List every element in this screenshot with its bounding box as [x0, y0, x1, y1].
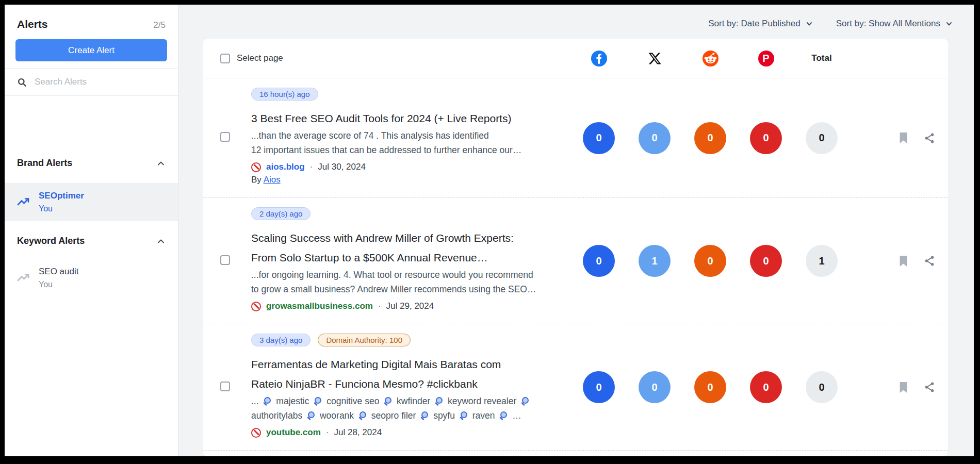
mention-row: 3 day(s) ago Domain Authority: 100 Ferra…: [203, 324, 948, 451]
publish-date: Jul 30, 2024: [318, 162, 366, 172]
magnifier-emoji-icon: [499, 411, 508, 420]
magnifier-emoji-icon: [460, 411, 468, 420]
byline: By Aios: [251, 175, 561, 185]
magnifier-emoji-icon: [263, 397, 271, 405]
pinterest-count-badge: 0: [750, 122, 782, 154]
magnifier-emoji-icon: [521, 397, 529, 405]
magnifier-emoji-icon: [384, 397, 392, 405]
sidebar-item-seoptimer[interactable]: SEOptimer You: [5, 183, 178, 221]
bookmark-button[interactable]: [897, 131, 909, 144]
divider: [5, 95, 178, 96]
time-ago-badge: 16 hour(s) ago: [251, 88, 318, 101]
facebook-count-badge: 0: [583, 122, 615, 154]
brand-alerts-label: Brand Alerts: [17, 158, 72, 169]
facebook-count-badge: 0: [583, 371, 615, 403]
brand-alerts-section-header[interactable]: Brand Alerts: [5, 158, 178, 169]
pinterest-icon: P: [758, 51, 774, 67]
mention-snippet: ...for ongoing learning. 4. What tool or…: [251, 268, 561, 282]
create-alert-button[interactable]: Create Alert: [15, 39, 167, 61]
magnifier-emoji-icon: [358, 411, 367, 420]
alerts-counter: 2/5: [153, 20, 166, 30]
sidebar-item-seo-audit[interactable]: SEO audit You: [5, 259, 178, 297]
source-domain-link[interactable]: growasmallbusiness.com: [266, 301, 373, 311]
mention-snippet: authoritylabs woorank seopro filer spyfu…: [251, 408, 561, 423]
mention-snippet: ...than the average score of 74 . This a…: [251, 128, 561, 143]
row-checkbox[interactable]: [220, 382, 230, 391]
mention-title[interactable]: 3 Best Free SEO Audit Tools for 2024 (+ …: [251, 109, 561, 128]
bookmark-button[interactable]: [897, 381, 909, 394]
x-count-badge: 1: [639, 245, 671, 277]
trending-up-icon: [17, 196, 29, 208]
mentions-card: Select page: [203, 39, 948, 456]
magnifier-emoji-icon: [420, 411, 429, 420]
mention-title[interactable]: Ferramentas de Marketing Digital Mais Ba…: [251, 355, 561, 374]
sort-by-date-label: Sort by: Date Published: [708, 19, 801, 29]
dot-separator: ·: [378, 301, 381, 311]
row-checkbox[interactable]: [220, 132, 230, 142]
x-count-badge: 0: [639, 371, 671, 403]
blocked-icon[interactable]: [251, 428, 261, 438]
total-count-badge: 0: [806, 122, 838, 154]
mention-title[interactable]: From Solo Startup to a $500K Annual Reve…: [251, 248, 561, 268]
chevron-down-icon: [805, 20, 813, 28]
mention-title[interactable]: Rateio NinjaBR - Funciona Mesmo? #clickb…: [251, 374, 561, 394]
dot-separator: ·: [326, 427, 329, 438]
row-checkbox[interactable]: [220, 255, 230, 265]
share-button[interactable]: [923, 132, 936, 144]
source-domain-link[interactable]: aios.blog: [266, 162, 305, 172]
magnifier-emoji-icon: [435, 397, 443, 405]
chevron-up-icon[interactable]: [156, 237, 166, 246]
time-ago-badge: 3 day(s) ago: [251, 334, 311, 346]
trending-up-icon: [17, 272, 29, 284]
x-icon: [648, 52, 662, 65]
x-count-badge: 0: [639, 122, 671, 154]
pinterest-count-badge: 0: [750, 245, 782, 277]
facebook-count-badge: 0: [583, 245, 615, 277]
mentions-main-area: Sort by: Date Published Sort by: Show Al…: [178, 5, 974, 456]
reddit-count-badge: 0: [694, 245, 726, 277]
chevron-up-icon[interactable]: [156, 159, 166, 168]
alert-owner: You: [39, 204, 84, 213]
byline-prefix: By: [251, 175, 262, 185]
total-column-label: Total: [811, 53, 831, 63]
keyword-alerts-label: Keyword Alerts: [17, 236, 85, 246]
sort-by-date-dropdown[interactable]: Sort by: Date Published: [708, 19, 813, 29]
blocked-icon[interactable]: [251, 302, 261, 311]
mention-row: 2 day(s) ago Scaling Success with Andrew…: [203, 198, 948, 324]
mention-snippet: ... majestic cognitive seo kwfinder keyw…: [251, 394, 561, 408]
blocked-icon[interactable]: [251, 162, 261, 172]
author-link[interactable]: Aios: [264, 175, 281, 185]
app-window: Alerts 2/5 Create Alert Brand Alerts: [5, 5, 974, 456]
mention-title[interactable]: Scaling Success with Andrew Miller of Gr…: [251, 228, 561, 248]
sidebar-title: Alerts: [17, 18, 48, 30]
facebook-icon: [591, 51, 607, 67]
mention-row: 16 hour(s) ago 3 Best Free SEO Audit Too…: [203, 78, 948, 198]
alert-name: SEO audit: [39, 267, 79, 277]
sort-by-mentions-label: Sort by: Show All Mentions: [836, 19, 940, 29]
source-domain-link[interactable]: youtube.com: [266, 427, 321, 438]
share-button[interactable]: [923, 381, 936, 393]
search-alerts-input[interactable]: [35, 77, 166, 87]
keyword-alerts-section-header[interactable]: Keyword Alerts: [5, 236, 178, 246]
publish-date: Jul 29, 2024: [386, 301, 434, 311]
pinterest-count-badge: 0: [750, 371, 782, 403]
total-count-badge: 0: [806, 371, 838, 403]
magnifier-emoji-icon: [314, 397, 322, 405]
select-page-checkbox[interactable]: [220, 54, 230, 63]
sort-by-mentions-dropdown[interactable]: Sort by: Show All Mentions: [836, 19, 953, 29]
mention-snippet: to grow a small business? Andrew Miller …: [251, 282, 561, 296]
magnifier-emoji-icon: [307, 411, 315, 420]
alerts-sidebar: Alerts 2/5 Create Alert Brand Alerts: [5, 5, 178, 456]
select-page-label: Select page: [237, 53, 283, 63]
chevron-down-icon: [945, 20, 953, 28]
bookmark-button[interactable]: [897, 255, 909, 268]
alert-name: SEOptimer: [39, 191, 84, 201]
total-count-badge: 1: [806, 245, 838, 277]
search-icon: [17, 77, 27, 87]
alert-owner: You: [39, 280, 79, 289]
share-button[interactable]: [923, 255, 936, 267]
mention-snippet: 12 important issues that can be addresse…: [251, 143, 561, 157]
time-ago-badge: 2 day(s) ago: [251, 207, 311, 220]
publish-date: Jul 28, 2024: [334, 427, 382, 438]
table-header-row: Select page: [203, 39, 948, 78]
